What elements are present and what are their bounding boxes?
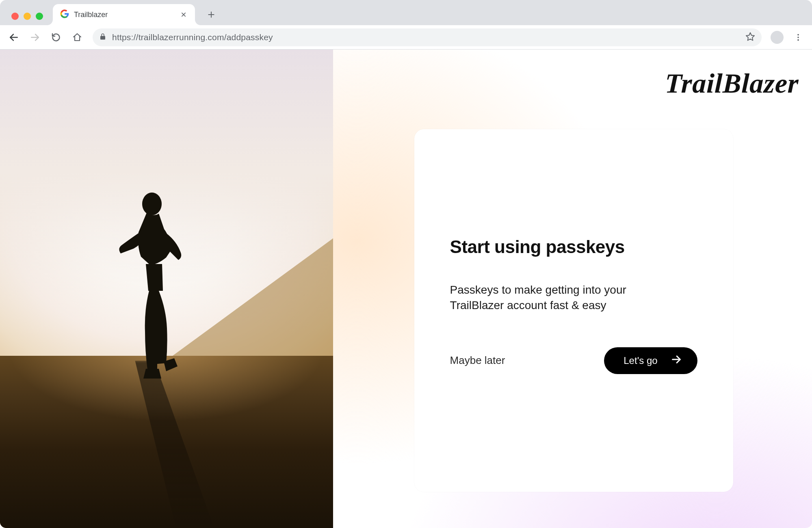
page-heading: Start using passkeys xyxy=(450,237,697,257)
window-close-button[interactable] xyxy=(11,13,19,20)
page-subtext: Passkeys to make getting into your Trail… xyxy=(450,282,678,313)
browser-tab-strip: Trailblazer xyxy=(0,0,812,25)
window-maximize-button[interactable] xyxy=(36,13,43,20)
profile-button[interactable] xyxy=(768,28,786,46)
back-button[interactable] xyxy=(5,28,23,46)
forward-button[interactable] xyxy=(26,28,44,46)
brand-logo: TrailBlazer xyxy=(665,67,799,100)
menu-button[interactable] xyxy=(789,28,807,46)
browser-tab[interactable]: Trailblazer xyxy=(53,4,195,25)
maybe-later-button[interactable]: Maybe later xyxy=(450,351,505,370)
browser-toolbar: https://trailblazerrunning.com/addpasske… xyxy=(0,25,812,50)
right-panel: TrailBlazer Start using passkeys Passkey… xyxy=(333,50,812,528)
runner-illustration xyxy=(107,188,201,400)
passkey-card: Start using passkeys Passkeys to make ge… xyxy=(414,129,733,492)
lets-go-label: Let's go xyxy=(624,355,657,366)
bookmark-button[interactable] xyxy=(745,32,755,43)
svg-marker-6 xyxy=(746,32,754,40)
reload-button[interactable] xyxy=(47,28,65,46)
svg-point-10 xyxy=(142,193,162,215)
page-content: TrailBlazer Start using passkeys Passkey… xyxy=(0,50,812,528)
url-text: https://trailblazerrunning.com/addpasske… xyxy=(112,32,273,42)
lock-icon xyxy=(99,33,106,42)
google-favicon-icon xyxy=(60,9,69,20)
svg-point-7 xyxy=(797,34,799,35)
close-tab-button[interactable] xyxy=(180,11,188,19)
arrow-right-icon xyxy=(671,354,682,368)
new-tab-button[interactable] xyxy=(204,7,219,22)
browser-window: Trailblazer xyxy=(0,0,812,528)
hero-image xyxy=(0,50,333,528)
svg-point-9 xyxy=(797,39,799,41)
window-minimize-button[interactable] xyxy=(24,13,31,20)
svg-point-8 xyxy=(797,37,799,38)
window-controls xyxy=(11,13,43,20)
tab-title: Trailblazer xyxy=(74,11,175,19)
home-button[interactable] xyxy=(68,28,86,46)
address-bar[interactable]: https://trailblazerrunning.com/addpasske… xyxy=(93,28,762,46)
actions-row: Maybe later Let's go xyxy=(450,347,697,374)
lets-go-button[interactable]: Let's go xyxy=(604,347,697,374)
